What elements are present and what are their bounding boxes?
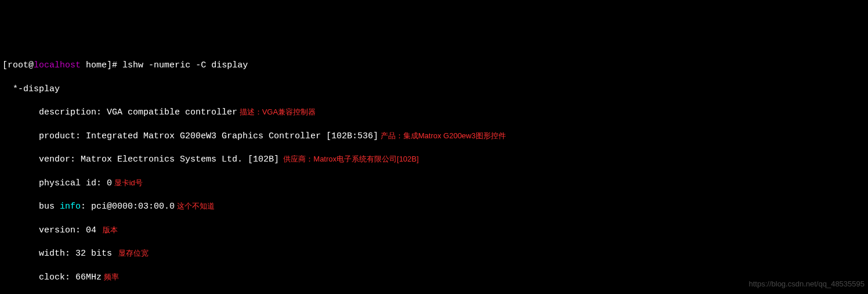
businfo-annotation: 这个不知道 [175,202,215,210]
businfo-post: : pci@0000:03:00.0 [81,202,175,211]
display1-product: product: Integrated Matrox G200eW3 Graph… [2,131,866,142]
version-annotation: 版本 [96,225,118,234]
prompt-at: @ [28,60,34,70]
prompt-path: home [86,60,107,70]
width-annotation: 显存位宽 [112,249,149,257]
desc-text: description: VGA compatible controller [2,107,237,117]
display1-physid: physical id: 0 显卡id号 [2,178,866,189]
prompt-close-bracket: ]# [107,60,122,70]
businfo-pre: bus [2,202,60,211]
display1-vendor: vendor: Matrox Electronics Systems Ltd. … [2,154,866,166]
version-text: version: 04 [2,225,96,235]
vendor-text: vendor: Matrox Electronics Systems Ltd. … [2,155,279,164]
command-text: lshw -numeric -C display [122,60,248,70]
desc-annotation: 描述：VGA兼容控制器 [237,107,316,116]
prompt-user: root [8,60,28,70]
width-text: width: 32 bits [2,249,112,259]
prompt-host: localhost [34,60,81,70]
display1-width: width: 32 bits 显存位宽 [2,248,866,260]
clock-annotation: 频率 [102,273,119,281]
businfo-key: info [60,202,81,211]
product-text: product: Integrated Matrox G200eW3 Graph… [2,131,378,141]
clock-text: clock: 66MHz [2,273,102,282]
display1-header: *-display [2,84,866,95]
vendor-annotation: 供应商：Matrox电子系统有限公司[102B] [279,155,419,163]
display1-businfo: bus info: pci@0000:03:00.0 这个不知道 [2,201,866,213]
physid-annotation: 显卡id号 [112,178,143,187]
display1-clock: clock: 66MHz 频率 [2,272,866,284]
terminal-output: [root@localhost home]# lshw -numeric -C … [2,48,866,294]
display1-version: version: 04 版本 [2,225,866,236]
watermark-text: https://blog.csdn.net/qq_48535595 [749,279,865,289]
product-annotation: 产品：集成Matrox G200ew3图形控件 [378,131,506,140]
prompt-space [81,60,86,70]
physid-text: physical id: 0 [2,178,112,188]
prompt-line: [root@localhost home]# lshw -numeric -C … [2,60,866,71]
display1-description: description: VGA compatible controller 描… [2,107,866,119]
prompt-open-bracket: [ [2,60,8,70]
